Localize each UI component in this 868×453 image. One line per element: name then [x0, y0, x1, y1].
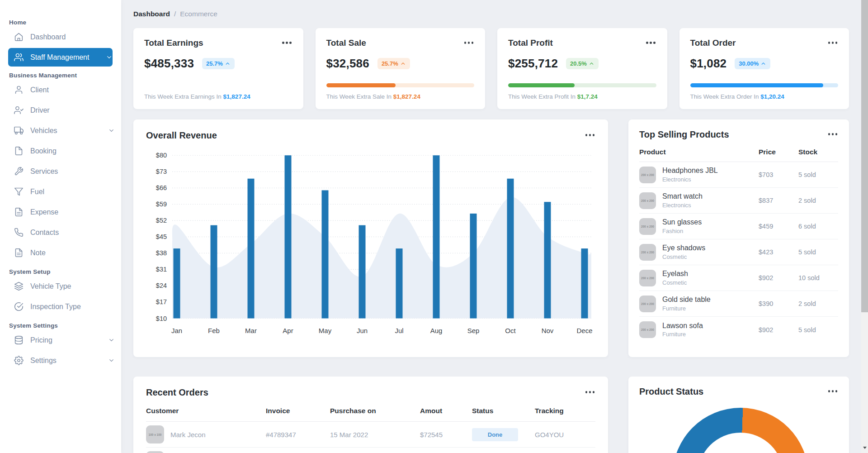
- sidebar-item-staff-management[interactable]: Staff Management: [8, 48, 113, 67]
- sidebar-item-booking[interactable]: Booking: [0, 141, 115, 161]
- sidebar-item-settings[interactable]: Settings: [0, 350, 115, 371]
- chevron-down-icon: [108, 127, 115, 134]
- svg-text:$31: $31: [156, 266, 167, 273]
- user-icon: [14, 85, 24, 95]
- svg-text:Jan: Jan: [171, 327, 182, 334]
- progress-bar: [690, 83, 839, 87]
- svg-text:$73: $73: [156, 168, 167, 175]
- svg-text:Apr: Apr: [283, 327, 293, 334]
- product-status-title: Product Status: [639, 386, 703, 397]
- svg-text:$17: $17: [156, 298, 167, 305]
- svg-text:Dece: Dece: [577, 327, 593, 334]
- product-stock: 10 sold: [798, 274, 838, 281]
- column-customer: Customer: [146, 407, 266, 415]
- truck-icon: [14, 126, 24, 135]
- product-price: $837: [759, 197, 798, 204]
- stat-card-title: Total Sale: [326, 38, 366, 48]
- more-menu-icon[interactable]: [585, 130, 596, 140]
- svg-text:Aug: Aug: [430, 327, 443, 334]
- svg-text:$38: $38: [156, 249, 167, 257]
- svg-text:$24: $24: [156, 282, 167, 289]
- more-menu-icon[interactable]: [827, 386, 839, 396]
- sidebar-item-contacts[interactable]: Contacts: [0, 222, 115, 243]
- user-check-icon: [14, 105, 24, 115]
- product-name: Lawson sofa: [662, 322, 703, 330]
- table-row: 200 x 200 Headphones JBL Electronics $70…: [639, 162, 838, 188]
- table-row: 200 x 200 Smart watch Electronics $837 2…: [639, 188, 838, 214]
- sidebar-item-fuel[interactable]: Fuel: [0, 181, 115, 202]
- table-row: 100 x 100 Mark Jecon #4789347 15 Mar 202…: [146, 422, 595, 448]
- more-menu-icon[interactable]: [827, 129, 839, 139]
- trend-badge: 25.7%: [202, 58, 235, 69]
- column-product: Product: [639, 148, 759, 156]
- sidebar-item-inspection-type[interactable]: Inspection Type: [0, 296, 115, 317]
- funnel-icon: [14, 187, 24, 196]
- sidebar-item-pricing[interactable]: Pricing: [0, 330, 115, 350]
- database-icon: [14, 335, 24, 345]
- stat-card-footer: This Week Extra Order In $1,20.24: [690, 93, 839, 100]
- more-menu-icon[interactable]: [645, 38, 656, 48]
- product-category: Fashion: [662, 228, 702, 234]
- sidebar-item-services[interactable]: Services: [0, 161, 115, 181]
- products-table-header: Product Price Stock: [639, 148, 838, 162]
- home-icon: [14, 32, 24, 42]
- column-status: Status: [472, 407, 535, 415]
- table-row-partial: 100 x 100: [146, 448, 595, 453]
- svg-text:Jun: Jun: [357, 327, 368, 334]
- product-thumbnail: 200 x 200: [639, 218, 656, 235]
- chevron-up-icon: [589, 61, 594, 67]
- sidebar-item-dashboard[interactable]: Dashboard: [0, 27, 115, 47]
- top-selling-products-card: Top Selling Products Product Price Stock…: [628, 119, 849, 357]
- more-menu-icon[interactable]: [463, 38, 475, 48]
- product-thumbnail: 200 x 200: [639, 167, 656, 183]
- product-name: Smart watch: [662, 192, 703, 200]
- product-category: Cosmetic: [662, 279, 688, 286]
- scrollbar-thumb[interactable]: [861, 0, 868, 312]
- breadcrumb-dashboard[interactable]: Dashboard: [133, 10, 170, 18]
- stat-card-value: $1,082: [690, 57, 727, 71]
- column-purchase-on: Pusrchase on: [330, 407, 420, 415]
- product-category: Furniture: [662, 331, 703, 338]
- more-menu-icon[interactable]: [585, 387, 596, 397]
- sidebar-item-vehicle-type[interactable]: Vehicle Type: [0, 276, 115, 296]
- avatar: 100 x 100: [146, 425, 164, 443]
- top-selling-title: Top Selling Products: [639, 129, 729, 140]
- sidebar-item-note[interactable]: Note: [0, 243, 115, 263]
- sidebar-item-vehicles[interactable]: Vehicles: [0, 120, 115, 141]
- table-row: 200 x 200 Eyelash Cosmetic $902 10 sold: [639, 265, 838, 291]
- scrollbar-down-arrow[interactable]: [863, 447, 867, 449]
- column-amount: Amout: [420, 407, 472, 415]
- product-status-donut-chart: [673, 408, 808, 453]
- svg-text:Jul: Jul: [395, 327, 403, 334]
- table-row: 200 x 200 Gold side table Furniture $390…: [639, 291, 838, 317]
- product-price: $390: [759, 300, 798, 307]
- sidebar-item-expense[interactable]: Expense: [0, 202, 115, 222]
- check-circle-icon: [14, 302, 24, 311]
- sidebar-item-client[interactable]: Client: [0, 80, 115, 100]
- sidebar-section-label: Home: [9, 19, 121, 26]
- sidebar-item-driver[interactable]: Driver: [0, 100, 115, 120]
- wrench-icon: [14, 167, 24, 176]
- stat-card-value: $255,712: [508, 57, 558, 71]
- product-price: $902: [759, 326, 798, 334]
- product-name: Eyelash: [662, 270, 688, 278]
- trend-badge: 20.5%: [566, 58, 599, 69]
- product-thumbnail: 200 x 200: [639, 321, 656, 338]
- product-name: Eye shadows: [662, 244, 705, 252]
- recent-orders-card: Recent Orders Customer Invoice Pusrchase…: [133, 377, 608, 453]
- more-menu-icon[interactable]: [281, 38, 292, 48]
- table-row: 200 x 200 Sun glasses Fashion $459 6 sol…: [639, 214, 838, 239]
- file-icon: [14, 146, 24, 156]
- revenue-bar-chart: $80$73$66$59$52$45$38$31$24$17$10JanFebM…: [146, 143, 595, 345]
- table-row: 200 x 200 Eye shadows Cosmetic $423 5 so…: [639, 239, 838, 265]
- more-menu-icon[interactable]: [827, 38, 839, 48]
- order-tracking: GO4YOU: [535, 431, 595, 439]
- order-invoice: #4789347: [266, 431, 330, 439]
- breadcrumb-ecommerce: Ecommerce: [180, 10, 217, 18]
- product-name: Gold side table: [662, 296, 711, 304]
- svg-text:$80: $80: [156, 152, 167, 159]
- svg-text:May: May: [319, 327, 332, 334]
- recent-orders-title: Recent Orders: [146, 387, 208, 398]
- product-name: Headphones JBL: [662, 167, 718, 175]
- svg-text:Oct: Oct: [505, 327, 516, 334]
